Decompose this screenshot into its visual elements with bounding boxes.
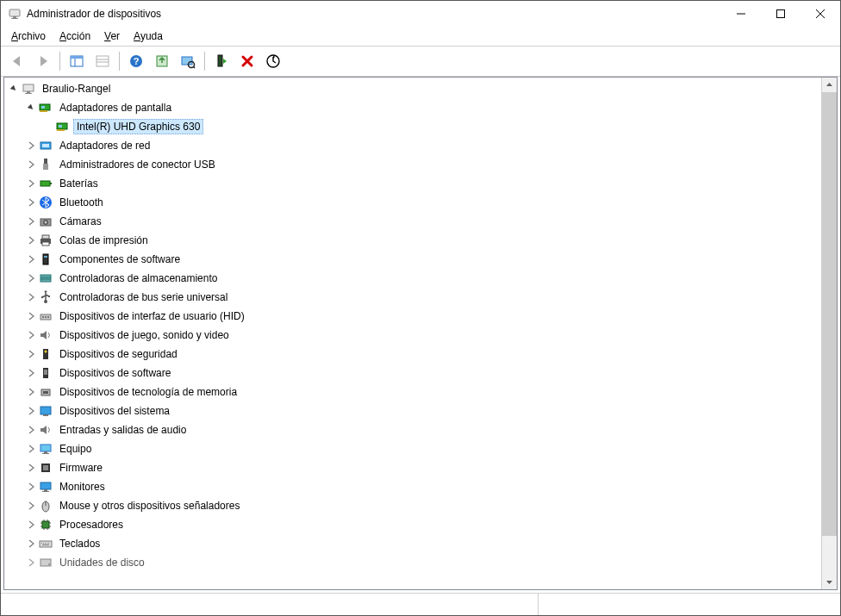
toolbar-scan-changes[interactable] xyxy=(261,49,285,73)
device-tree[interactable]: Braulio-Rangel Adaptadores de pantalla I… xyxy=(4,78,821,589)
expand-icon[interactable] xyxy=(25,481,37,493)
expand-icon[interactable] xyxy=(25,348,37,360)
computer-icon xyxy=(22,82,35,96)
toolbar-help[interactable]: ? xyxy=(124,49,148,73)
tree-category[interactable]: Entradas y salidas de audio xyxy=(4,420,821,439)
svg-rect-69 xyxy=(40,482,51,489)
menu-action[interactable]: Acción xyxy=(53,27,97,46)
tree-root[interactable]: Braulio-Rangel xyxy=(4,79,821,98)
svg-line-18 xyxy=(194,67,196,69)
expand-icon[interactable] xyxy=(25,443,37,455)
scroll-up-button[interactable] xyxy=(822,78,837,92)
scroll-track[interactable] xyxy=(822,92,837,575)
mouse-icon xyxy=(39,499,53,513)
expand-icon[interactable] xyxy=(25,272,37,284)
scroll-thumb[interactable] xyxy=(822,92,837,536)
expand-icon[interactable] xyxy=(25,253,37,265)
tree-category[interactable]: Monitores xyxy=(4,477,821,496)
tree-label: Bluetooth xyxy=(56,195,107,210)
expand-icon[interactable] xyxy=(25,196,37,208)
expand-icon[interactable] xyxy=(25,386,37,398)
computer-icon xyxy=(39,442,53,456)
tree-category[interactable]: Dispositivos de tecnología de memoria xyxy=(4,383,821,401)
svg-rect-85 xyxy=(43,543,44,544)
menu-view[interactable]: Ver xyxy=(97,27,127,46)
expand-icon[interactable] xyxy=(25,557,37,569)
expand-icon[interactable] xyxy=(25,177,37,190)
tree-category[interactable]: Bluetooth xyxy=(4,193,821,212)
vertical-scrollbar[interactable] xyxy=(821,78,837,589)
minimize-button[interactable] xyxy=(721,1,761,27)
expand-icon[interactable] xyxy=(25,159,37,171)
tree-category[interactable]: Firmware xyxy=(4,458,821,477)
tree-category[interactable]: Mouse y otros dispositivos señaladores xyxy=(4,496,821,515)
tree-label: Dispositivos de software xyxy=(56,365,174,381)
svg-rect-84 xyxy=(41,543,42,544)
tree-category[interactable]: Controladoras de almacenamiento xyxy=(4,269,821,288)
tree-category[interactable]: Controladoras de bus serie universal xyxy=(4,288,821,307)
expand-icon[interactable] xyxy=(25,329,37,341)
tree-category[interactable]: Dispositivos del sistema xyxy=(4,401,821,420)
tree-category[interactable]: Componentes de software xyxy=(4,250,821,269)
toolbar-separator xyxy=(59,52,60,71)
toolbar-show-hide-tree[interactable] xyxy=(65,49,89,73)
collapse-icon[interactable] xyxy=(25,102,37,114)
collapse-icon[interactable] xyxy=(8,83,20,95)
svg-point-50 xyxy=(41,296,43,298)
sound-icon xyxy=(39,328,53,342)
maximize-button[interactable] xyxy=(761,1,801,27)
svg-rect-62 xyxy=(40,407,51,414)
tree-category[interactable]: Dispositivos de software xyxy=(4,364,821,383)
toolbar-update-driver[interactable] xyxy=(150,49,174,73)
toolbar-properties[interactable] xyxy=(90,49,115,73)
tree-category[interactable]: Adaptadores de red xyxy=(4,136,821,155)
display-adapter-icon xyxy=(56,120,70,134)
expand-icon[interactable] xyxy=(25,215,37,227)
tree-category[interactable]: Cámaras xyxy=(4,212,821,231)
toolbar-separator xyxy=(204,52,205,71)
toolbar-uninstall[interactable] xyxy=(235,49,259,73)
expand-icon[interactable] xyxy=(25,367,37,379)
expand-icon[interactable] xyxy=(25,538,37,550)
tree-category-display-adapters[interactable]: Adaptadores de pantalla xyxy=(4,98,821,117)
svg-text:?: ? xyxy=(134,56,140,66)
svg-rect-61 xyxy=(43,391,48,394)
toolbar-enable-device[interactable] xyxy=(209,49,234,73)
tree-label: Dispositivos de juego, sonido y video xyxy=(56,327,233,343)
expand-icon[interactable] xyxy=(25,462,37,474)
tree-category[interactable]: Equipo xyxy=(4,439,821,458)
svg-rect-33 xyxy=(43,164,48,170)
menu-help[interactable]: Ayuda xyxy=(127,27,170,46)
expand-icon[interactable] xyxy=(25,291,37,303)
tree-device-intel-uhd-630[interactable]: Intel(R) UHD Graphics 630 xyxy=(4,117,821,136)
expand-icon[interactable] xyxy=(25,424,37,436)
toolbar-back[interactable] xyxy=(5,49,29,73)
toolbar-scan-hardware[interactable] xyxy=(176,49,200,73)
tree-category[interactable]: Baterías xyxy=(4,174,821,193)
scroll-down-button[interactable] xyxy=(822,575,837,589)
menu-file[interactable]: Archivo xyxy=(4,27,53,46)
tree-label: Controladoras de almacenamiento xyxy=(56,271,221,286)
tree-category[interactable]: Unidades de disco xyxy=(4,553,821,572)
tree-category[interactable]: Dispositivos de seguridad xyxy=(4,345,821,364)
monitor-icon xyxy=(39,480,53,494)
tree-label: Administradores de conector USB xyxy=(56,157,219,172)
tree-category[interactable]: Procesadores xyxy=(4,515,821,534)
svg-rect-65 xyxy=(44,451,47,453)
tree-category[interactable]: Teclados xyxy=(4,534,821,553)
tree-category[interactable]: Dispositivos de interfaz de usuario (HID… xyxy=(4,307,821,326)
expand-icon[interactable] xyxy=(25,519,37,531)
toolbar-forward[interactable] xyxy=(31,49,55,73)
expand-icon[interactable] xyxy=(25,500,37,512)
svg-rect-71 xyxy=(42,491,49,492)
expand-icon[interactable] xyxy=(25,234,37,246)
svg-rect-31 xyxy=(42,144,49,147)
close-button[interactable] xyxy=(801,1,840,27)
svg-rect-43 xyxy=(43,254,48,264)
expand-icon[interactable] xyxy=(25,310,37,322)
expand-icon[interactable] xyxy=(25,405,37,417)
tree-category[interactable]: Colas de impresión xyxy=(4,231,821,250)
tree-category[interactable]: Dispositivos de juego, sonido y video xyxy=(4,326,821,345)
tree-category[interactable]: Administradores de conector USB xyxy=(4,155,821,174)
expand-icon[interactable] xyxy=(25,140,37,152)
